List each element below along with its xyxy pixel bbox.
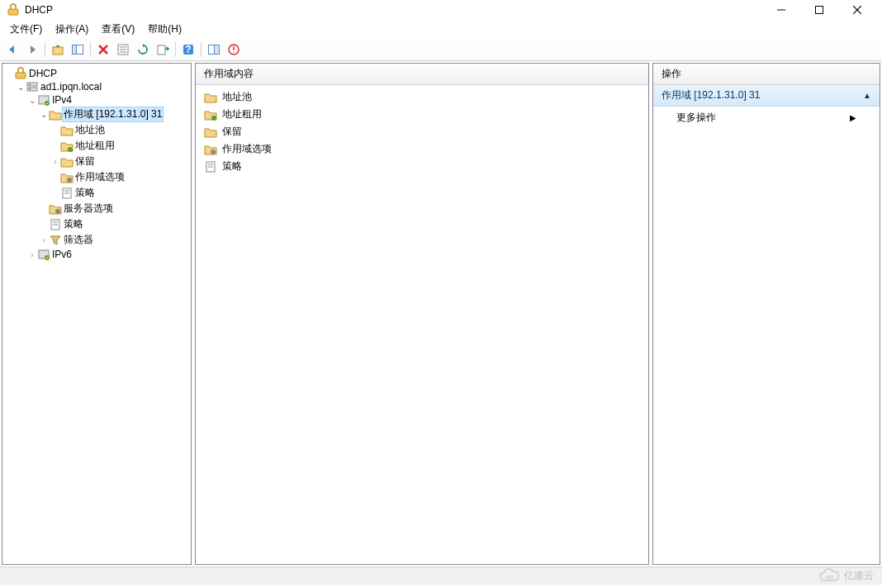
policy-icon [204, 160, 217, 173]
show-hide-tree-button[interactable] [69, 40, 87, 59]
svg-rect-22 [27, 88, 37, 91]
folder-icon [204, 108, 217, 121]
folder-gear-icon [49, 202, 62, 216]
chevron-right-icon[interactable]: › [50, 157, 60, 167]
actions-header: 操作 [653, 64, 880, 85]
chevron-down-icon[interactable]: ⌄ [16, 82, 26, 92]
tree-policies[interactable]: 策略 [74, 185, 97, 201]
folder-icon [204, 91, 217, 104]
svg-rect-14 [158, 45, 165, 55]
expander-icon [50, 173, 60, 183]
svg-point-39 [211, 149, 216, 154]
close-button[interactable] [846, 2, 869, 18]
forward-button[interactable] [23, 40, 41, 59]
export-button[interactable] [154, 40, 172, 59]
tree-server[interactable]: ad1.ipqn.local [39, 80, 103, 93]
filter-icon [49, 234, 62, 247]
svg-point-38 [211, 116, 216, 121]
chevron-down-icon[interactable]: ⌄ [39, 110, 49, 120]
folder-icon [60, 140, 74, 153]
separator [201, 42, 202, 57]
expander-icon [39, 220, 49, 230]
content-area: DHCP ⌄ ad1.ipqn.local ⌄ IPv4 ⌄ 作用域 [192.… [0, 61, 882, 567]
list-body: 地址池 地址租用 保留 作用域选项 策略 [196, 85, 648, 178]
delete-button[interactable] [94, 40, 112, 59]
toolbar: ? [0, 38, 882, 61]
back-button[interactable] [3, 40, 21, 59]
actions-more-label: 更多操作 [676, 111, 716, 125]
list-item-label: 地址池 [222, 90, 252, 104]
chevron-right-icon: ▶ [850, 113, 856, 122]
view-split-button[interactable] [205, 40, 223, 59]
window-title: DHCP [25, 4, 770, 16]
actions-pane: 操作 作用域 [192.1.31.0] 31 ▲ 更多操作 ▶ [652, 63, 880, 565]
folder-gear-icon [60, 171, 74, 184]
actions-more[interactable]: 更多操作 ▶ [653, 107, 880, 129]
tree-addr-pool[interactable]: 地址池 [74, 122, 107, 138]
list-header[interactable]: 作用域内容 [196, 64, 648, 85]
svg-text:?: ? [185, 44, 191, 55]
maximize-button[interactable] [808, 2, 831, 18]
app-icon [7, 3, 20, 17]
ipv4-icon [37, 93, 50, 107]
tree-scope-options[interactable]: 作用域选项 [74, 169, 126, 185]
svg-rect-18 [215, 45, 220, 54]
policy-icon [49, 218, 62, 231]
list-item-addr-pool[interactable]: 地址池 [197, 88, 647, 106]
svg-point-32 [55, 209, 60, 214]
collapse-icon[interactable]: ▲ [863, 91, 871, 100]
cloud-icon [818, 568, 841, 583]
folder-icon [60, 124, 74, 137]
folder-gear-icon [204, 143, 217, 156]
tree-scope[interactable]: 作用域 [192.1.31.0] 31 [62, 107, 164, 122]
menu-file[interactable]: 文件(F) [3, 21, 49, 38]
svg-point-27 [68, 147, 73, 152]
menu-action[interactable]: 操作(A) [49, 21, 95, 38]
list-item-reservations[interactable]: 保留 [197, 123, 647, 140]
menu-help[interactable]: 帮助(H) [141, 21, 188, 38]
list-item-addr-leases[interactable]: 地址租用 [197, 106, 647, 123]
help-button[interactable]: ? [179, 40, 197, 59]
titlebar: DHCP [0, 0, 882, 20]
svg-point-24 [29, 88, 31, 90]
list-item-scope-options[interactable]: 作用域选项 [197, 140, 647, 158]
chevron-right-icon[interactable]: › [27, 249, 37, 259]
tree-server-options[interactable]: 服务器选项 [62, 201, 115, 216]
up-button[interactable] [49, 40, 67, 59]
actions-subtitle[interactable]: 作用域 [192.1.31.0] 31 ▲ [653, 85, 880, 107]
menubar: 文件(F) 操作(A) 查看(V) 帮助(H) [0, 20, 882, 38]
tree-ipv4[interactable]: IPv4 [50, 93, 74, 107]
folder-icon [60, 155, 74, 168]
separator [175, 42, 176, 57]
tree-pane[interactable]: DHCP ⌄ ad1.ipqn.local ⌄ IPv4 ⌄ 作用域 [192.… [2, 63, 192, 565]
list-item-label: 作用域选项 [222, 142, 272, 156]
list-item-label: 策略 [222, 159, 242, 173]
svg-point-23 [29, 83, 31, 85]
policy-icon [60, 187, 74, 200]
minimize-button[interactable] [770, 2, 793, 18]
ipv6-icon [37, 248, 50, 261]
svg-point-43 [826, 576, 829, 579]
expander-icon [50, 188, 60, 198]
tree-addr-leases[interactable]: 地址租用 [74, 138, 116, 154]
properties-button[interactable] [114, 40, 132, 59]
svg-rect-7 [73, 45, 77, 54]
stop-button[interactable] [225, 40, 243, 59]
folder-icon [49, 108, 62, 121]
refresh-button[interactable] [134, 40, 152, 59]
chevron-down-icon[interactable]: ⌄ [27, 95, 37, 105]
window-controls [770, 2, 875, 18]
actions-subtitle-label: 作用域 [192.1.31.0] 31 [662, 88, 760, 102]
list-item-policies[interactable]: 策略 [197, 158, 647, 175]
tree-ipv6[interactable]: IPv6 [50, 248, 74, 261]
tree-reservations[interactable]: 保留 [74, 154, 97, 169]
list-pane: 作用域内容 地址池 地址租用 保留 作用域选项 策略 [195, 63, 649, 565]
menu-view[interactable]: 查看(V) [95, 21, 141, 38]
tree-policies-server[interactable]: 策略 [62, 216, 85, 232]
tree-filters[interactable]: 筛选器 [62, 232, 95, 248]
statusbar [0, 567, 882, 585]
tree-root[interactable]: DHCP [27, 67, 59, 80]
chevron-right-icon[interactable]: › [39, 235, 49, 245]
list-item-label: 保留 [222, 125, 242, 139]
separator [90, 42, 91, 57]
